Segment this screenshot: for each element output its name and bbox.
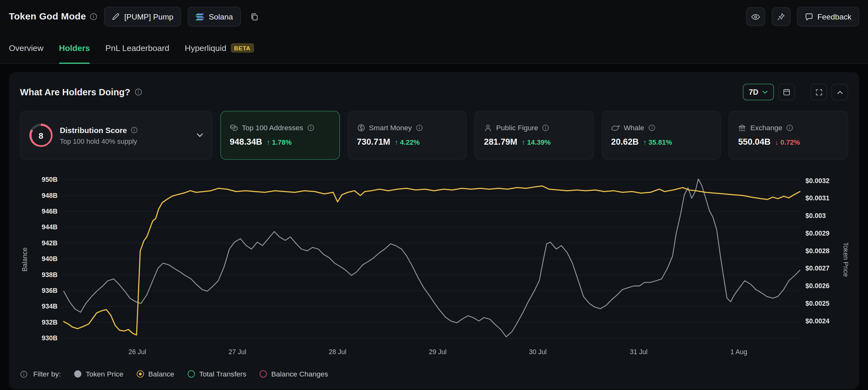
holders-chart-svg[interactable]: 950B948B946B944B942B940B938B936B934B932B…: [20, 171, 848, 362]
info-icon[interactable]: [307, 124, 314, 132]
radio-icon: [187, 370, 195, 378]
stat-card-value: 730.71M: [357, 137, 390, 147]
coins-icon: [230, 123, 238, 132]
fullscreen-button[interactable]: [810, 84, 827, 100]
svg-text:$0.0026: $0.0026: [806, 282, 829, 289]
stat-card-title: Exchange: [750, 123, 782, 132]
beta-badge: BETA: [231, 43, 254, 53]
info-icon[interactable]: [416, 124, 423, 132]
svg-text:27 Jul: 27 Jul: [228, 348, 246, 355]
watch-button[interactable]: [746, 7, 765, 26]
page-title-text: Token God Mode: [9, 11, 86, 22]
token-selector-button[interactable]: [PUMP] Pump: [104, 7, 181, 26]
chain-selector-label: Solana: [209, 12, 233, 21]
info-icon[interactable]: [131, 127, 138, 134]
svg-text:950B: 950B: [42, 176, 58, 183]
holders-chart[interactable]: 950B948B946B944B942B940B938B936B934B932B…: [20, 171, 848, 362]
stat-card-title: Whale: [624, 123, 644, 132]
distribution-score-card[interactable]: 8 Distribution Score Top 100 hold 40% su…: [20, 111, 212, 160]
chevron-down-icon[interactable]: [196, 133, 203, 137]
tab-label: PnL Leaderboard: [105, 43, 169, 53]
timeframe-dropdown[interactable]: 7D: [743, 84, 774, 100]
pencil-icon: [112, 13, 120, 21]
filter-option-balance-changes[interactable]: Balance Changes: [260, 370, 328, 378]
info-icon[interactable]: [20, 370, 28, 378]
filter-option-label: Total Transfers: [199, 370, 246, 378]
calendar-button[interactable]: [778, 84, 795, 100]
svg-text:946B: 946B: [42, 207, 58, 215]
stat-card-title: Public Figure: [496, 123, 538, 132]
filter-by-label: Filter by:: [33, 370, 61, 378]
svg-text:940B: 940B: [42, 255, 58, 262]
pin-icon: [777, 13, 785, 21]
tab-holders[interactable]: Holders: [59, 33, 90, 64]
filter-option-token-price[interactable]: Token Price: [74, 370, 123, 378]
stat-card-value: 948.34B: [230, 137, 262, 147]
svg-text:$0.0027: $0.0027: [806, 264, 829, 272]
svg-text:$0.0025: $0.0025: [806, 300, 830, 307]
svg-text:936B: 936B: [42, 287, 58, 294]
stat-card-public-figure[interactable]: Public Figure 281.79M ↑ 14.39%: [474, 111, 594, 160]
stat-card-change: ↑ 1.78%: [267, 139, 292, 146]
collapse-button[interactable]: [832, 84, 848, 100]
holders-panel: What Are Holders Doing? 7D: [9, 72, 859, 389]
stat-card-whale[interactable]: Whale 20.62B ↑ 35.81%: [602, 111, 721, 160]
svg-text:28 Jul: 28 Jul: [329, 348, 346, 355]
feedback-button[interactable]: Feedback: [797, 7, 859, 26]
tab-overview[interactable]: Overview: [9, 33, 43, 64]
svg-text:29 Jul: 29 Jul: [429, 348, 446, 355]
timeframe-value: 7D: [749, 88, 758, 96]
svg-text:26 Jul: 26 Jul: [128, 348, 146, 355]
bank-icon: [738, 123, 746, 132]
svg-text:30 Jul: 30 Jul: [529, 348, 547, 355]
tab-label: Holders: [59, 43, 90, 53]
pin-button[interactable]: [771, 7, 790, 26]
chain-selector-button[interactable]: Solana: [188, 7, 241, 26]
token-selector-label: [PUMP] Pump: [124, 12, 173, 21]
stat-card-top-100-addresses[interactable]: Top 100 Addresses 948.34B ↑ 1.78%: [220, 111, 340, 160]
svg-text:$0.0028: $0.0028: [806, 247, 830, 254]
stat-card-smart-money[interactable]: Smart Money 730.71M ↑ 4.22%: [347, 111, 467, 160]
svg-text:Balance: Balance: [21, 248, 28, 272]
stat-card-change: ↑ 14.39%: [522, 139, 551, 146]
chevron-down-icon: [762, 90, 768, 94]
tab-pnl-leaderboard[interactable]: PnL Leaderboard: [105, 33, 169, 64]
info-icon[interactable]: [90, 13, 98, 21]
filter-option-balance[interactable]: Balance: [136, 370, 174, 378]
info-icon[interactable]: [542, 124, 549, 132]
svg-text:944B: 944B: [42, 223, 58, 230]
stat-card-title: Smart Money: [369, 123, 412, 132]
expand-icon: [815, 88, 823, 95]
whale-icon: [611, 124, 620, 131]
info-icon[interactable]: [135, 88, 143, 96]
tab-label: Hyperliquid: [185, 43, 226, 53]
radio-icon: [136, 370, 144, 378]
stat-card-exchange[interactable]: Exchange 550.04B ↓ 0.72%: [728, 111, 848, 160]
panel-title-text: What Are Holders Doing?: [20, 87, 130, 97]
chevron-up-icon: [837, 90, 843, 94]
top-bar: Token God Mode [PUMP] Pump Solana F: [0, 0, 868, 33]
tab-label: Overview: [9, 43, 43, 53]
stat-card-value: 20.62B: [611, 137, 639, 147]
filter-option-label: Balance Changes: [271, 370, 328, 378]
app-root: Token God Mode [PUMP] Pump Solana F: [0, 0, 868, 390]
svg-text:$0.0031: $0.0031: [806, 194, 830, 202]
calendar-icon: [783, 88, 791, 96]
distribution-score-value: 8: [31, 126, 51, 145]
coin-dollar-icon: [357, 123, 365, 132]
svg-text:$0.0029: $0.0029: [806, 230, 829, 237]
copy-icon[interactable]: [247, 9, 261, 24]
info-icon[interactable]: [786, 124, 793, 132]
svg-text:930B: 930B: [42, 334, 58, 341]
stat-card-change: ↓ 0.72%: [775, 139, 800, 146]
svg-text:$0.0024: $0.0024: [806, 317, 830, 325]
filter-option-total-transfers[interactable]: Total Transfers: [187, 370, 246, 378]
stat-card-title: Top 100 Addresses: [242, 123, 303, 132]
distribution-score-subtitle: Top 100 hold 40% supply: [60, 137, 189, 145]
filter-bar: Filter by: Token Price Balance Total Tra…: [20, 370, 848, 378]
tab-hyperliquid[interactable]: Hyperliquid BETA: [185, 33, 254, 64]
svg-text:1 Aug: 1 Aug: [731, 348, 747, 356]
info-icon[interactable]: [648, 124, 655, 132]
stat-card-change: ↑ 4.22%: [395, 139, 420, 146]
eye-icon: [751, 13, 760, 20]
